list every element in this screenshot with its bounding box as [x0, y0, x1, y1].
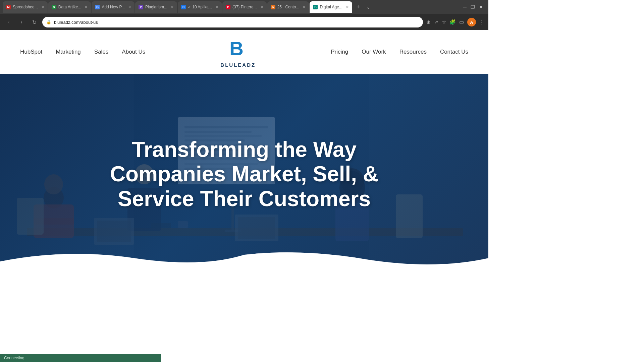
- hero-title-line1: Transforming the Way: [132, 137, 357, 162]
- nav-contact-us[interactable]: Contact Us: [440, 49, 468, 55]
- profile-button[interactable]: A: [467, 18, 476, 26]
- lock-icon: 🔒: [46, 20, 51, 24]
- browser-chrome: M Spreadshee... ✕ S Data Artike... ✕ G A…: [0, 0, 488, 30]
- nav-resources[interactable]: Resources: [399, 49, 427, 55]
- tab-close-gmail[interactable]: ✕: [41, 5, 44, 9]
- hero-title-line2: Companies Market, Sell, &: [110, 162, 378, 186]
- restore-button[interactable]: ❐: [471, 4, 475, 10]
- share-icon[interactable]: ↗: [434, 19, 438, 25]
- tab-label-plagiarism: Plagiarism...: [145, 5, 167, 9]
- tab-label-check: ✓ 10 Aplika...: [188, 5, 212, 9]
- forward-button[interactable]: ›: [17, 19, 26, 25]
- minimize-button[interactable]: ─: [463, 4, 467, 10]
- google-icon[interactable]: ⊕: [426, 19, 431, 25]
- tab-label-orange: 25+ Conto...: [277, 5, 300, 9]
- nav-links-left: HubSpot Marketing Sales About Us: [20, 49, 145, 55]
- omnibar-row: ‹ › ↻ 🔒 bluleadz.com/about-us ⊕ ↗ ☆ 🧩 ▭ …: [0, 14, 488, 30]
- tab-label-pinterest: (37) Pintere...: [232, 5, 257, 9]
- extensions-icon[interactable]: 🧩: [449, 19, 456, 25]
- tab-close-bluleadz[interactable]: ✕: [346, 5, 349, 9]
- bookmark-icon[interactable]: ☆: [442, 19, 446, 25]
- nav-pricing[interactable]: Pricing: [331, 49, 348, 55]
- svg-text:B: B: [229, 38, 244, 59]
- tab-close-check[interactable]: ✕: [215, 5, 218, 9]
- hero-title: Transforming the Way Companies Market, S…: [110, 137, 378, 212]
- bluleadz-logo-icon: B: [226, 37, 250, 61]
- nav-hubspot[interactable]: HubSpot: [20, 49, 42, 55]
- nav-logo[interactable]: B BLULEADZ: [220, 37, 256, 68]
- tab-orange[interactable]: A 25+ Conto... ✕: [267, 1, 309, 13]
- tab-close-sheets[interactable]: ✕: [85, 5, 88, 9]
- back-button[interactable]: ‹: [4, 19, 13, 25]
- hero-title-line3: Service Their Customers: [118, 187, 371, 211]
- omnibar-actions: ⊕ ↗ ☆ 🧩 ▭ A ⋮: [426, 18, 484, 26]
- tab-gmail[interactable]: M Spreadshee... ✕: [3, 1, 48, 13]
- nav-our-work[interactable]: Our Work: [362, 49, 386, 55]
- reload-button[interactable]: ↻: [30, 19, 39, 25]
- tab-pinterest[interactable]: P (37) Pintere... ✕: [222, 1, 267, 13]
- nav-about-us[interactable]: About Us: [122, 49, 145, 55]
- close-button[interactable]: ✕: [479, 4, 483, 10]
- navbar: HubSpot Marketing Sales About Us B BLULE…: [0, 30, 488, 74]
- tab-close-orange[interactable]: ✕: [303, 5, 306, 9]
- tab-label-google: Add New P...: [102, 5, 124, 9]
- window-controls: ─ ❐ ✕: [463, 4, 486, 10]
- omnibar[interactable]: 🔒 bluleadz.com/about-us: [42, 17, 423, 27]
- hero-content: Transforming the Way Companies Market, S…: [0, 74, 488, 275]
- tab-sheets[interactable]: S Data Artike... ✕: [48, 1, 91, 13]
- website-content: HubSpot Marketing Sales About Us B BLULE…: [0, 30, 488, 275]
- hero-section: Transforming the Way Companies Market, S…: [0, 74, 488, 275]
- tab-close-plagiarism[interactable]: ✕: [171, 5, 174, 9]
- tab-bluleadz[interactable]: B Digital Age... ✕: [310, 1, 352, 13]
- omnibar-url: bluleadz.com/about-us: [54, 20, 419, 25]
- tab-plagiarism[interactable]: P Plagiarism... ✕: [135, 1, 177, 13]
- nav-marketing[interactable]: Marketing: [56, 49, 81, 55]
- menu-icon[interactable]: ⋮: [479, 19, 484, 25]
- logo-text: BLULEADZ: [220, 62, 256, 68]
- tab-label-sheets: Data Artike...: [58, 5, 82, 9]
- tab-bar: M Spreadshee... ✕ S Data Artike... ✕ G A…: [0, 0, 488, 14]
- tab-close-pinterest[interactable]: ✕: [260, 5, 263, 9]
- tab-label-bluleadz: Digital Age...: [320, 5, 342, 9]
- tab-label-gmail: Spreadshee...: [13, 5, 38, 9]
- tab-overflow-button[interactable]: ⌄: [364, 4, 372, 10]
- tab-close-google[interactable]: ✕: [128, 5, 131, 9]
- tab-google[interactable]: G Add New P... ✕: [92, 1, 134, 13]
- tab-check[interactable]: C ✓ 10 Aplika... ✕: [178, 1, 222, 13]
- nav-sales[interactable]: Sales: [94, 49, 109, 55]
- new-tab-button[interactable]: +: [353, 2, 364, 12]
- sidebar-toggle[interactable]: ▭: [459, 19, 464, 25]
- nav-links-right: Pricing Our Work Resources Contact Us: [331, 49, 468, 55]
